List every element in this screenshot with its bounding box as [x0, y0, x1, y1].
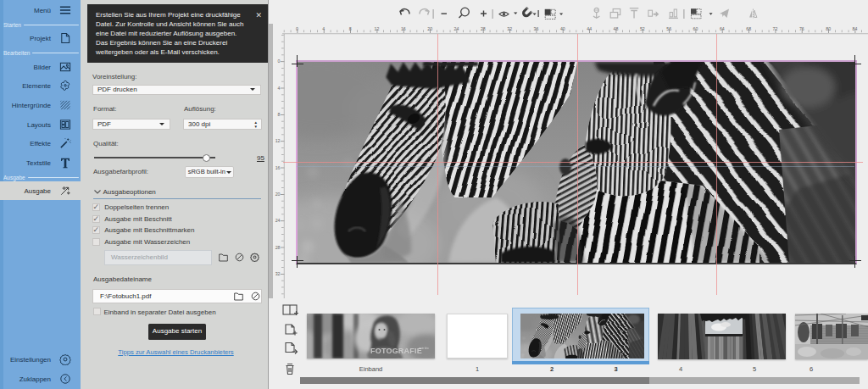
- svg-text:8: 8: [278, 112, 281, 117]
- svg-text:28: 28: [275, 245, 281, 250]
- svg-text:24: 24: [275, 218, 281, 223]
- svg-text:20: 20: [275, 192, 281, 197]
- svg-text:32: 32: [275, 271, 281, 276]
- svg-text:FOTOGRAFIE: FOTOGRAFIE: [370, 347, 422, 355]
- svg-text:mein foto: mein foto: [419, 347, 429, 350]
- svg-text:12: 12: [275, 138, 281, 143]
- svg-text:0: 0: [278, 58, 281, 64]
- svg-text:16: 16: [275, 165, 281, 170]
- svg-text:4: 4: [278, 86, 281, 91]
